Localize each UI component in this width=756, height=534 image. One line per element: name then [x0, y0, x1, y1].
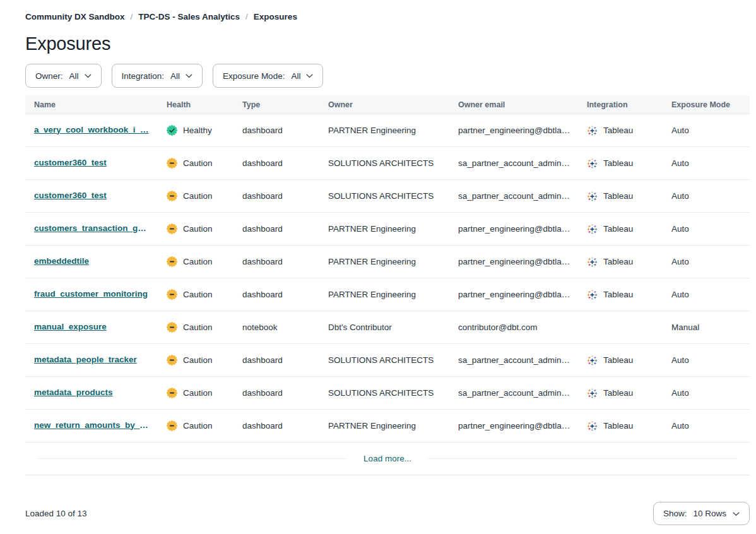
load-more-link[interactable]: Load more... [347, 454, 428, 463]
integration-name: Tableau [603, 290, 633, 299]
table-footer: Loaded 10 of 13 Show: 10 Rows [25, 502, 750, 525]
exposure-type: dashboard [233, 191, 319, 201]
chevron-down-icon [85, 74, 92, 78]
divider-line [38, 458, 347, 459]
caution-badge-icon [167, 289, 177, 300]
tableau-icon [587, 191, 598, 201]
exposure-name-link[interactable]: metadata_products [34, 388, 113, 397]
exposure-name-link[interactable]: manual_exposure [34, 322, 107, 331]
owner-email: partner_engineering@dbtla… [449, 257, 578, 266]
show-rows-label: Show: [663, 509, 687, 518]
tableau-icon [587, 158, 598, 169]
filter-label: Integration: [122, 71, 165, 81]
caution-badge-icon [167, 355, 177, 365]
tableau-icon [587, 355, 598, 365]
integration-name: Tableau [603, 421, 633, 430]
owner-name: SOLUTIONS ARCHITECTS [319, 388, 449, 398]
exposure-type: notebook [233, 323, 319, 332]
column-header: Name [25, 100, 158, 109]
exposure-name-link[interactable]: embeddedtile [34, 256, 89, 266]
exposure-mode: Auto [663, 355, 750, 365]
owner-email: partner_engineering@dbtla… [449, 126, 578, 135]
health-label: Caution [183, 388, 213, 398]
chevron-down-icon [306, 74, 313, 78]
owner-name: SOLUTIONS ARCHITECTS [319, 191, 449, 201]
table-row: metadata_people_tracker Caution dashboar… [25, 344, 750, 377]
owner-email: partner_engineering@dbtla… [449, 421, 578, 430]
filter-label: Exposure Mode: [223, 71, 285, 81]
load-more-row: Load more... [25, 442, 750, 475]
health-label: Caution [183, 257, 213, 266]
owner-email: partner_engineering@dbtla… [449, 290, 578, 299]
tableau-icon [587, 289, 598, 300]
caution-badge-icon [167, 388, 177, 398]
breadcrumb-separator: / [131, 12, 133, 21]
owner-name: Dbt's Contributor [319, 323, 449, 332]
filter-value: All [69, 71, 79, 81]
chevron-down-icon [733, 512, 740, 516]
table-row: new_return_amounts_by_t… Caution dashboa… [25, 410, 750, 442]
integration-name: Tableau [603, 224, 633, 234]
exposure-mode: Auto [663, 158, 750, 168]
divider-line [428, 458, 737, 459]
filter-label: Owner: [35, 71, 63, 81]
breadcrumb-item: Exposures [254, 12, 297, 21]
breadcrumb-item[interactable]: Community DX Sandbox [25, 12, 125, 21]
exposure-type: dashboard [233, 158, 319, 168]
caution-badge-icon [167, 223, 177, 234]
health-label: Healthy [183, 126, 212, 135]
exposures-table: NameHealthTypeOwnerOwner emailIntegratio… [25, 95, 750, 475]
owner-name: PARTNER Engineering [319, 224, 449, 234]
owner-name: SOLUTIONS ARCHITECTS [319, 158, 449, 168]
exposure-name-link[interactable]: a_very_cool_workbook_i_… [34, 125, 149, 134]
owner-email: sa_partner_account_admin… [449, 355, 578, 365]
integration-name: Tableau [603, 388, 633, 398]
filter-dropdown[interactable]: Exposure Mode: All [213, 64, 323, 88]
exposure-mode: Manual [663, 323, 750, 332]
health-label: Caution [183, 191, 213, 201]
owner-name: PARTNER Engineering [319, 126, 449, 135]
table-row: customer360_test Caution dashboard SOLUT… [25, 147, 750, 180]
tableau-icon [587, 256, 598, 267]
exposure-mode: Auto [663, 224, 750, 234]
breadcrumb-separator: / [245, 12, 248, 21]
health-label: Caution [183, 323, 213, 332]
table-row: embeddedtile Caution dashboard PARTNER E… [25, 246, 750, 278]
column-header: Exposure Mode [663, 100, 750, 109]
table-row: a_very_cool_workbook_i_… Healthy dashboa… [25, 114, 750, 147]
table-row: customers_transaction_gro… Caution dashb… [25, 213, 750, 246]
column-header: Type [233, 100, 319, 109]
health-label: Caution [183, 224, 213, 234]
exposure-type: dashboard [233, 421, 319, 430]
exposure-mode: Auto [663, 388, 750, 398]
exposure-type: dashboard [233, 126, 319, 135]
exposure-type: dashboard [233, 257, 319, 266]
integration-name: Tableau [603, 126, 633, 135]
breadcrumb-item[interactable]: TPC-DS - Sales Analytics [138, 12, 240, 21]
filter-dropdown[interactable]: Owner: All [25, 64, 102, 88]
integration-name: Tableau [603, 355, 633, 365]
exposure-mode: Auto [663, 421, 750, 430]
exposure-name-link[interactable]: customers_transaction_gro… [34, 223, 149, 233]
health-label: Caution [183, 158, 213, 168]
owner-name: PARTNER Engineering [319, 290, 449, 299]
filter-dropdown[interactable]: Integration: All [112, 64, 203, 88]
exposure-name-link[interactable]: customer360_test [34, 191, 107, 200]
exposure-type: dashboard [233, 355, 319, 365]
owner-email: contributor@dbt.com [449, 323, 578, 332]
exposure-name-link[interactable]: metadata_people_tracker [34, 355, 137, 364]
healthy-badge-icon [167, 125, 177, 136]
exposure-type: dashboard [233, 388, 319, 398]
exposure-mode: Auto [663, 126, 750, 135]
exposure-name-link[interactable]: new_return_amounts_by_t… [34, 420, 149, 430]
owner-email: sa_partner_account_admin… [449, 191, 578, 201]
owner-name: SOLUTIONS ARCHITECTS [319, 355, 449, 365]
column-header: Owner email [449, 100, 578, 109]
integration-name: Tableau [603, 257, 633, 266]
exposures-page: Community DX Sandbox/TPC-DS - Sales Anal… [0, 0, 756, 525]
exposure-name-link[interactable]: fraud_customer_monitoring [34, 289, 148, 299]
show-rows-dropdown[interactable]: Show: 10 Rows [653, 502, 750, 525]
exposure-name-link[interactable]: customer360_test [34, 158, 107, 167]
health-label: Caution [183, 421, 213, 430]
exposure-mode: Auto [663, 257, 750, 266]
